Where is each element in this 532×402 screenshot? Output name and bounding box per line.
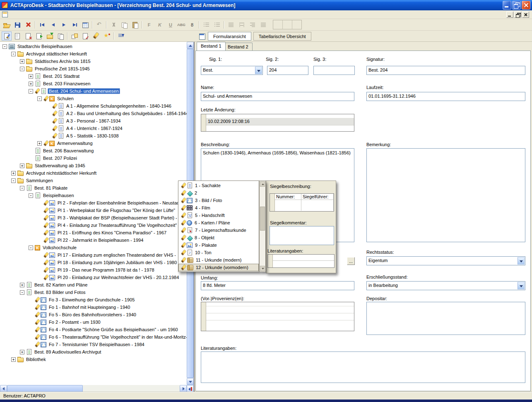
- cut-button[interactable]: [108, 20, 118, 29]
- tree-item[interactable]: - Sammlungen: [0, 177, 187, 184]
- tree-item-label[interactable]: Best. 83 Bilder und Fotos: [33, 289, 87, 295]
- tree-item-label[interactable]: Pl 3 - Wahlplakat der BSP (Beispielhause…: [56, 215, 178, 221]
- tree-item-label[interactable]: Pl 19 - Das neue Programm 1978 ist da ! …: [56, 267, 156, 273]
- type-option[interactable]: 1 - Sachakte: [178, 182, 259, 189]
- tree-item-label[interactable]: Fo 6 - Theateraufführung "Die Vogelhochz…: [48, 334, 187, 340]
- refresh-grid-button[interactable]: [80, 20, 90, 29]
- undo-button[interactable]: [94, 20, 104, 29]
- tree-item[interactable]: + Bibliothek: [0, 356, 187, 363]
- tree-item-label[interactable]: Best. 201 Stadtrat: [42, 73, 81, 79]
- tree-item[interactable]: + Armenverwaltung: [0, 140, 187, 147]
- tree-item-label[interactable]: A 2 - Bau und Unterhaltung des Schulgebä…: [65, 111, 187, 116]
- tree-expander-icon[interactable]: +: [20, 283, 24, 287]
- tree-item[interactable]: Pl 3 - Wahlplakat der BSP (Beispielhause…: [0, 214, 187, 221]
- menu-fenster[interactable]: [49, 13, 56, 16]
- tree-item-label[interactable]: Best. 207 Polizei: [42, 155, 78, 161]
- tree-item[interactable]: Fo 6 - Theateraufführung "Die Vogelhochz…: [0, 333, 187, 341]
- italic-button[interactable]: K: [155, 20, 165, 29]
- export-document-button[interactable]: [34, 31, 44, 41]
- align-left-button[interactable]: [226, 20, 236, 29]
- tree-expander-icon[interactable]: -: [29, 89, 33, 94]
- tree-expander-icon[interactable]: -: [2, 44, 7, 49]
- tree-item-label[interactable]: A 3 - Personal - 1867-1934: [65, 118, 122, 124]
- tree-item-label[interactable]: Pl 18 - Einladung zum 10jährigen Jubiläu…: [56, 260, 178, 265]
- menu-format[interactable]: [43, 13, 49, 16]
- tree-expander-icon[interactable]: -: [20, 290, 24, 295]
- tree-item[interactable]: - Best. 83 Bilder und Fotos: [0, 289, 187, 296]
- tree-item[interactable]: Pl 2 - Fahrplan der Eisenbahnlinie Beisp…: [0, 199, 187, 207]
- tree-item[interactable]: - Schulen: [0, 95, 187, 102]
- strikethrough-button[interactable]: ABC: [176, 20, 186, 29]
- list-number-button[interactable]: [212, 20, 222, 29]
- tree-item[interactable]: Fo 3 - Einweihung der Grundschule - 1905: [0, 296, 187, 303]
- depositar-field[interactable]: [366, 302, 525, 335]
- tree-item-label[interactable]: Pl 4 - Einladung zur Theateraufführung "…: [56, 222, 178, 228]
- tabellarische-uebersicht-button[interactable]: Tabellarische Übersicht: [253, 32, 311, 41]
- new-record-button[interactable]: [2, 31, 12, 41]
- provenienz-row[interactable]: [206, 306, 354, 313]
- tree-expander-icon[interactable]: -: [29, 193, 33, 198]
- tree-expander-icon[interactable]: -: [11, 178, 16, 183]
- signatur-field[interactable]: Best. 204: [366, 66, 525, 75]
- tab-bestand-2[interactable]: Bestand 2: [224, 43, 253, 51]
- tree-item[interactable]: Pl 4 - Einladung zur Theateraufführung "…: [0, 221, 187, 229]
- tree-item-label[interactable]: Best. 82 Karten und Pläne: [33, 282, 89, 288]
- tree-item-label[interactable]: Best. 89 Audiovisuelles Archivgut: [33, 349, 102, 355]
- align-right-button[interactable]: [248, 20, 258, 29]
- tree-item-label[interactable]: Schulen: [56, 96, 75, 101]
- mdi-close-button[interactable]: [522, 12, 529, 18]
- align-justify-button[interactable]: [258, 20, 268, 29]
- tree-item-label[interactable]: Armenverwaltung: [56, 140, 94, 146]
- tree-item[interactable]: A 5 - Statistik - 1830-1938: [0, 132, 187, 140]
- tree-item-label[interactable]: Beispielhausen: [42, 193, 75, 198]
- edit-record-button[interactable]: [91, 31, 101, 41]
- tree-item[interactable]: Fo 2 - Postamt - um 1930: [0, 318, 187, 326]
- menu-bearbeiten[interactable]: [16, 13, 23, 16]
- bold-button[interactable]: F: [144, 20, 154, 29]
- tree-item[interactable]: Pl 21 - Eröffnung des Kinos "Cinema Para…: [0, 229, 187, 236]
- dropdown-arrow-icon[interactable]: [255, 67, 262, 74]
- bemerkung-field[interactable]: [366, 148, 525, 242]
- nav-prev-button[interactable]: [48, 20, 58, 29]
- tree-horizontal-scrollbar[interactable]: [0, 385, 187, 392]
- minimize-button[interactable]: [503, 1, 511, 10]
- tree-item[interactable]: - Beispielhausen: [0, 192, 187, 199]
- collapse-tree-button[interactable]: [187, 385, 194, 392]
- align-center-button[interactable]: [237, 20, 247, 29]
- registraturbildner-button[interactable]: [283, 20, 292, 29]
- indexfenster-button[interactable]: [273, 20, 283, 29]
- tree-item-label[interactable]: Best. 206 Bauverwaltung: [42, 148, 95, 154]
- type-option[interactable]: 7 - Liegenschaftsurkunde: [178, 226, 259, 234]
- type-option[interactable]: 3 - Bild / Foto: [178, 197, 259, 204]
- literaturangaben-field[interactable]: [201, 351, 525, 383]
- tree-item[interactable]: + Best. 203 Finanzwesen: [0, 80, 187, 87]
- tree-item[interactable]: + Städtisches Archiv bis 1815: [0, 58, 187, 65]
- tree-item[interactable]: Fo 7 - Tennisturnier TSV Beispielhausen …: [0, 341, 187, 348]
- dropdown-scroll-thumb[interactable]: [260, 207, 265, 231]
- tree-item[interactable]: - Stadtarchiv Beispielhausen: [0, 43, 187, 50]
- tree-item-label[interactable]: Preußische Zeit 1815-1945: [34, 66, 91, 72]
- tree-item-label[interactable]: A 5 - Statistik - 1830-1938: [65, 133, 120, 139]
- underline-button[interactable]: U: [166, 20, 176, 29]
- scroll-down-icon[interactable]: [187, 378, 194, 385]
- tree-expander-icon[interactable]: +: [37, 141, 42, 146]
- type-option[interactable]: 11 - Urkunde (modern): [178, 256, 259, 264]
- tree-item[interactable]: + Archivgut nichtstädtischer Herkunft: [0, 169, 187, 177]
- menu-hilfe[interactable]: [56, 13, 63, 16]
- list-bullet-button[interactable]: [201, 20, 211, 29]
- tree-item[interactable]: A 3 - Personal - 1867-1934: [0, 117, 187, 125]
- tree-item-label[interactable]: Pl 21 - Eröffnung des Kinos "Cinema Para…: [56, 230, 168, 236]
- tree-item-label[interactable]: Sammlungen: [25, 178, 54, 183]
- tree-item[interactable]: Pl 22 - Jahrmarkt in Beispielhausen - 19…: [0, 236, 187, 244]
- erschliessungsstand-combobox[interactable]: in Bearbeitung: [366, 281, 525, 290]
- tree-item-label[interactable]: Best. 81 Plakate: [33, 185, 69, 191]
- import-folder-button[interactable]: [45, 31, 55, 41]
- browse-button[interactable]: ...: [347, 257, 355, 265]
- link-record-button[interactable]: [70, 31, 79, 41]
- tree-item[interactable]: + Best. 89 Audiovisuelles Archivgut: [0, 348, 187, 356]
- tree-item[interactable]: + Best. 201 Stadtrat: [0, 72, 187, 80]
- tree-item-label[interactable]: Volkshochschule: [41, 245, 78, 250]
- rechtsstatus-combobox[interactable]: Eigentum: [366, 256, 525, 265]
- tree-item-label[interactable]: A 4 - Unterricht - 1867-1924: [65, 125, 124, 131]
- type-option[interactable]: 8 - Objekt: [178, 234, 259, 241]
